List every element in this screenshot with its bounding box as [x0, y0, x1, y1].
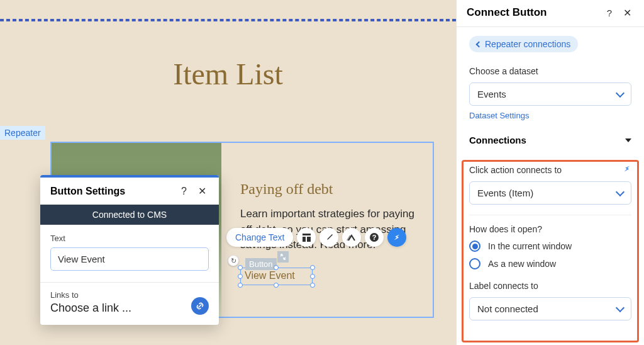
radio-checked-icon [469, 240, 480, 252]
svg-rect-0 [303, 234, 311, 235]
section-divider [0, 19, 456, 21]
chevron-down-icon [616, 187, 625, 196]
design-icon[interactable] [319, 228, 338, 247]
resize-handle[interactable] [310, 274, 315, 279]
back-chip[interactable]: Repeater connections [469, 36, 578, 52]
element-action-bar: Change Text ? [226, 227, 406, 248]
connect-panel: Connect Button ? ✕ Repeater connections … [456, 0, 644, 345]
choose-link-text[interactable]: Choose a link ... [50, 302, 191, 315]
card-heading: Paying off debt [240, 181, 420, 198]
connect-data-icon[interactable] [387, 228, 406, 247]
click-action-select[interactable]: Events (Item) [469, 181, 631, 205]
layout-icon[interactable] [297, 228, 316, 247]
radio-unchecked-icon [469, 258, 480, 269]
link-icon[interactable] [191, 297, 209, 315]
page-title: Item List [0, 57, 456, 91]
resize-handle[interactable] [274, 283, 279, 288]
radio-label: As a new window [488, 259, 556, 269]
animation-icon[interactable] [342, 228, 361, 247]
radio-label: In the current window [488, 241, 572, 251]
links-to-label: Links to [50, 290, 191, 300]
repeater-tag[interactable]: Repeater [0, 126, 45, 140]
connections-title: Connections [469, 135, 526, 145]
label-connects-value: Not connected [477, 303, 538, 314]
chevron-down-icon [616, 303, 625, 312]
svg-rect-2 [307, 237, 311, 242]
dataset-select[interactable]: Events [469, 82, 631, 106]
resize-handle[interactable] [238, 283, 243, 288]
how-open-label: How does it open? [469, 224, 542, 234]
chevron-left-icon [476, 41, 482, 47]
choose-dataset-label: Choose a dataset [469, 66, 631, 76]
back-chip-label: Repeater connections [485, 39, 570, 49]
caret-down-icon [625, 139, 631, 142]
click-action-label: Click action connects to [469, 165, 562, 175]
help-icon[interactable]: ? [604, 8, 614, 18]
button-settings-header: Button Settings ? ✕ [40, 178, 219, 205]
dataset-select-value: Events [477, 89, 506, 99]
radio-new-window[interactable]: As a new window [469, 258, 631, 269]
rotate-handle-icon[interactable]: ↻ [228, 255, 239, 266]
resize-handle[interactable] [310, 283, 315, 288]
button-text-input[interactable] [50, 247, 209, 271]
close-icon[interactable]: ✕ [621, 7, 634, 19]
connect-panel-header: Connect Button ? ✕ [457, 0, 644, 27]
dataset-settings-link[interactable]: Dataset Settings [469, 111, 529, 120]
resize-handle[interactable] [274, 265, 279, 270]
svg-rect-1 [303, 237, 306, 242]
resize-handle[interactable] [238, 265, 243, 270]
button-settings-title: Button Settings [50, 186, 179, 197]
connections-header[interactable]: Connections [457, 121, 644, 153]
resize-handle[interactable] [310, 265, 315, 270]
label-connects-select[interactable]: Not connected [469, 297, 631, 320]
divider [469, 215, 631, 215]
label-connects-label: Label connects to [469, 281, 538, 291]
help-icon[interactable]: ? [365, 228, 384, 247]
click-action-value: Events (Item) [477, 188, 533, 198]
help-icon[interactable]: ? [179, 186, 189, 197]
text-field-label: Text [50, 234, 209, 243]
data-bind-icon[interactable] [623, 164, 631, 175]
change-text-button[interactable]: Change Text [226, 228, 293, 247]
button-element-tag[interactable]: Button [245, 258, 277, 270]
connected-banner: Connected to CMS [40, 205, 219, 225]
expand-icon[interactable] [277, 251, 289, 263]
chevron-down-icon [616, 88, 625, 97]
close-icon[interactable]: ✕ [196, 185, 209, 197]
svg-text:?: ? [372, 234, 377, 241]
connect-panel-title: Connect Button [467, 6, 604, 19]
resize-handle[interactable] [238, 274, 243, 279]
radio-current-window[interactable]: In the current window [469, 240, 631, 252]
button-settings-panel: Button Settings ? ✕ Connected to CMS Tex… [40, 175, 219, 325]
